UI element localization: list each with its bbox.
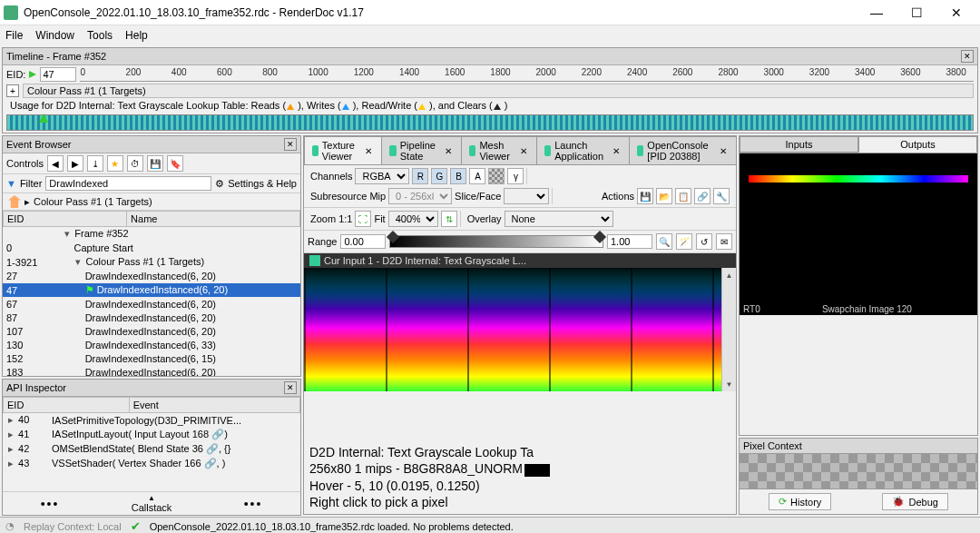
event-row[interactable]: 1-3921 ▾ Colour Pass #1 (1 Targets) (3, 255, 300, 270)
event-row[interactable]: 27 DrawIndexedInstanced(6, 20) (3, 270, 300, 283)
history-button[interactable]: ⟳History (769, 493, 831, 510)
zoom-fit-icon[interactable]: ⛶ (355, 211, 371, 227)
api-row[interactable]: ▸ 43VSSetShader( Vertex Shader 166 🔗, ) (3, 457, 300, 471)
wrench-icon[interactable]: 🔧 (713, 188, 730, 204)
api-inspector-close-icon[interactable]: ✕ (284, 381, 297, 394)
event-row[interactable]: 152 DrawIndexedInstanced(6, 15) (3, 352, 300, 366)
channel-g-button[interactable]: G (431, 168, 447, 184)
colour-pass-label[interactable]: Colour Pass #1 (1 Targets) (23, 84, 974, 98)
tab-openconsole-pid-20388-[interactable]: OpenConsole [PID 20388]✕ (629, 136, 737, 164)
col-name[interactable]: Name (127, 212, 300, 227)
ruler-tick: 200 (126, 67, 142, 77)
settings-link[interactable]: Settings & Help (228, 178, 297, 189)
time-icon[interactable]: ⏱ (127, 155, 143, 172)
channel-a-button[interactable]: A (469, 168, 485, 184)
output-thumbnail[interactable]: RT0 Swapchain Image 120 (740, 153, 977, 315)
eid-input[interactable] (40, 67, 76, 82)
mip-select[interactable]: 0 - 256x80 (388, 188, 452, 204)
channel-b-button[interactable]: B (450, 168, 466, 184)
api-col-eid[interactable]: EID (4, 398, 130, 413)
star-icon[interactable]: ★ (107, 155, 123, 172)
range-max-input[interactable] (607, 234, 652, 249)
timeline-ruler[interactable]: 0200400600800100012001400160018002000220… (80, 67, 974, 82)
zoom-11-button[interactable]: 1:1 (338, 213, 352, 224)
menu-window[interactable]: Window (35, 29, 74, 42)
debug-button[interactable]: 🐞Debug (882, 493, 947, 510)
overlay-select[interactable]: None (505, 211, 613, 227)
api-col-event[interactable]: Event (129, 398, 299, 413)
breadcrumb[interactable]: Colour Pass #1 (1 Targets) (34, 196, 152, 207)
api-row[interactable]: ▸ 40IASetPrimitiveTopology(D3D_PRIMITIVE… (3, 413, 300, 428)
event-row[interactable]: 183 DrawIndexedInstanced(6, 20) (3, 366, 300, 377)
save-texture-icon[interactable]: 💾 (637, 188, 653, 204)
event-row[interactable]: 0 Capture Start (3, 242, 300, 255)
minimize-button[interactable]: — (857, 0, 897, 25)
slice-select[interactable] (504, 188, 549, 204)
zoom-range-icon[interactable]: 🔍 (656, 233, 672, 250)
wand-icon[interactable]: 🪄 (676, 233, 692, 250)
tab-pipeline-state[interactable]: Pipeline State✕ (381, 136, 462, 164)
event-browser-close-icon[interactable]: ✕ (284, 138, 297, 151)
tab-close-icon[interactable]: ✕ (518, 146, 529, 156)
prev-draw-icon[interactable]: ◀ (47, 155, 64, 172)
goto-icon[interactable]: 📋 (675, 188, 691, 204)
inputs-tab[interactable]: Inputs (740, 136, 858, 153)
texture-canvas[interactable] (304, 268, 721, 391)
tab-launch-application[interactable]: Launch Application✕ (536, 136, 631, 164)
close-button[interactable]: ✕ (936, 0, 976, 25)
tab-texture-viewer[interactable]: Texture Viewer✕ (304, 136, 382, 164)
menu-tools[interactable]: Tools (87, 29, 113, 42)
texture-info: D2D Internal: Text Grayscale Lookup Ta 2… (304, 391, 736, 514)
col-eid[interactable]: EID (4, 212, 127, 227)
link-icon[interactable]: 🔗 (694, 188, 710, 204)
tab-close-icon[interactable]: ✕ (718, 146, 729, 156)
api-row[interactable]: ▸ 41IASetInputLayout( Input Layout 168 🔗… (3, 428, 300, 442)
bookmark-icon[interactable]: 🔖 (167, 155, 183, 172)
current-input-label[interactable]: Cur Input 1 - D2D Internal: Text Graysca… (324, 255, 526, 266)
callstack-up-icon[interactable]: ▲ (148, 494, 155, 502)
expand-button[interactable]: + (6, 84, 19, 97)
zoom-select[interactable]: 400% (388, 211, 438, 227)
save-icon[interactable]: 💾 (147, 155, 163, 172)
tab-close-icon[interactable]: ✕ (363, 146, 374, 156)
callstack-label[interactable]: Callstack (132, 502, 172, 513)
histogram-icon[interactable]: ✉ (716, 233, 732, 250)
tab-close-icon[interactable]: ✕ (443, 146, 454, 156)
range-min-input[interactable] (340, 234, 386, 249)
zoom-fit-button[interactable]: Fit (374, 213, 385, 224)
api-row[interactable]: ▸ 42OMSetBlendState( Blend State 36 🔗, {… (3, 442, 300, 457)
flag-icon[interactable] (29, 71, 36, 78)
tab-mesh-viewer[interactable]: Mesh Viewer✕ (461, 136, 536, 164)
dots-right-icon[interactable]: ••• (244, 497, 263, 511)
timeline-wave[interactable] (6, 114, 974, 131)
channel-r-button[interactable]: R (412, 168, 428, 184)
event-row[interactable]: 87 DrawIndexedInstanced(6, 20) (3, 311, 300, 325)
texture-vscroll[interactable]: ▲▼ (721, 268, 736, 391)
event-row[interactable]: 67 DrawIndexedInstanced(6, 20) (3, 298, 300, 311)
next-draw-icon[interactable]: ▶ (67, 155, 83, 172)
filter-input[interactable] (45, 176, 211, 191)
event-row[interactable]: 47 ⚑ DrawIndexedInstanced(6, 20) (3, 283, 300, 298)
dots-left-icon[interactable]: ••• (41, 497, 60, 511)
menu-file[interactable]: File (5, 29, 23, 42)
maximize-button[interactable]: ☐ (897, 0, 936, 25)
gamma-button[interactable]: γ (507, 168, 524, 184)
pixel-context-view[interactable] (739, 453, 978, 489)
settings-gear-icon[interactable]: ⚙ (215, 178, 224, 190)
home-icon[interactable] (8, 195, 21, 208)
export-icon[interactable]: ⤓ (87, 155, 103, 172)
event-row[interactable]: ▾ Frame #352 (3, 227, 300, 242)
timeline-close-icon[interactable]: ✕ (961, 50, 974, 63)
channels-select[interactable]: RGBA (355, 168, 409, 184)
flip-icon[interactable]: ⇅ (441, 211, 457, 227)
app-icon (4, 5, 18, 20)
checker-icon[interactable] (488, 168, 505, 184)
reset-range-icon[interactable]: ↺ (696, 233, 712, 250)
event-row[interactable]: 130 DrawIndexedInstanced(6, 33) (3, 339, 300, 352)
menu-help[interactable]: Help (125, 29, 148, 42)
event-row[interactable]: 107 DrawIndexedInstanced(6, 20) (3, 325, 300, 339)
open-texture-icon[interactable]: 📂 (656, 188, 672, 204)
range-slider[interactable] (389, 235, 603, 248)
tab-close-icon[interactable]: ✕ (611, 146, 622, 156)
outputs-tab[interactable]: Outputs (858, 136, 977, 153)
